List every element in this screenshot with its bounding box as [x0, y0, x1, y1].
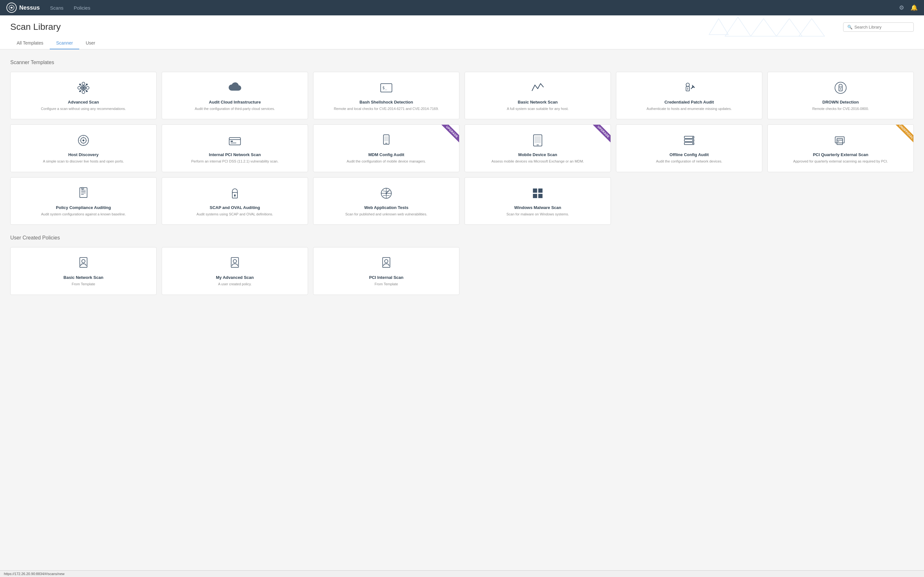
pci-internal-scan-title: PCI Internal Scan — [318, 275, 454, 280]
scanner-card-grid: Advanced Scan Configure a scan without u… — [10, 72, 914, 172]
pci-internal-scan-icon — [318, 255, 454, 271]
scap-oval-title: SCAP and OVAL Auditing — [167, 205, 302, 210]
offline-config-icon — [622, 132, 757, 148]
logo-icon — [6, 3, 17, 13]
svg-point-9 — [86, 84, 87, 85]
audit-cloud-icon — [167, 80, 302, 96]
svg-rect-45 — [837, 141, 839, 142]
bash-shellshock-title: Bash Shellshock Detection — [318, 100, 454, 105]
host-discovery-desc: A simple scan to discover live hosts and… — [16, 159, 151, 164]
host-discovery-title: Host Discovery — [16, 152, 151, 157]
svg-point-55 — [234, 194, 236, 196]
credentialed-patch-title: Credentialed Patch Audit — [622, 100, 757, 105]
card-offline-config[interactable]: Offline Config Audit Audit the configura… — [616, 124, 762, 172]
host-discovery-icon — [16, 132, 151, 148]
card-my-advanced-scan[interactable]: My Advanced Scan A user created policy. — [162, 247, 308, 295]
my-advanced-scan-desc: A user created policy. — [167, 282, 302, 287]
nav-scans[interactable]: Scans — [50, 5, 63, 11]
search-box[interactable]: 🔍 — [843, 23, 914, 32]
credentialed-patch-icon — [622, 80, 757, 96]
tabs: All Templates Scanner User — [10, 37, 914, 49]
search-input[interactable] — [855, 25, 909, 29]
svg-point-61 — [386, 193, 387, 194]
svg-point-71 — [384, 259, 388, 263]
basic-network-user-desc: From Template — [16, 282, 151, 287]
basic-network-desc: A full system scan suitable for any host… — [470, 106, 606, 111]
svg-rect-64 — [533, 194, 537, 198]
upgrade-ribbon-mdm: UPGRADE — [437, 125, 459, 147]
svg-rect-35 — [535, 136, 541, 143]
web-app-desc: Scan for published and unknown web vulne… — [318, 212, 454, 217]
svg-point-8 — [79, 84, 81, 85]
card-mobile-device[interactable]: UPGRADE Mobile Device Scan Assess mobile… — [465, 124, 611, 172]
svg-point-41 — [692, 143, 694, 144]
policy-compliance-icon — [16, 185, 151, 201]
unofficial-ribbon: UNOFFICIAL — [891, 125, 913, 147]
svg-rect-65 — [538, 194, 543, 198]
bash-shellshock-desc: Remote and local checks for CVE-2014-627… — [318, 106, 454, 111]
windows-malware-icon — [470, 185, 606, 201]
scanner-card-grid-row3: Policy Compliance Auditing Audit system … — [10, 177, 914, 225]
card-basic-network[interactable]: Basic Network Scan A full system scan su… — [465, 72, 611, 119]
card-internal-pci[interactable]: Internal PCI Network Scan Perform an int… — [162, 124, 308, 172]
bell-icon[interactable]: 🔔 — [911, 4, 918, 11]
svg-rect-32 — [384, 136, 388, 141]
svg-point-18 — [835, 82, 846, 93]
card-scap-oval[interactable]: SCAP and OVAL Auditing Audit systems usi… — [162, 177, 308, 225]
card-credentialed-patch[interactable]: Credentialed Patch Audit Authenticate to… — [616, 72, 762, 119]
svg-rect-28 — [231, 141, 233, 142]
card-basic-network-user[interactable]: Basic Network Scan From Template — [10, 247, 157, 295]
card-pci-internal-scan[interactable]: PCI Internal Scan From Template — [313, 247, 459, 295]
empty-user-3 — [767, 247, 914, 295]
tab-user[interactable]: User — [79, 37, 102, 49]
nav-policies[interactable]: Policies — [74, 5, 90, 11]
page-title: Scan Library — [10, 22, 61, 32]
offline-config-title: Offline Config Audit — [622, 152, 757, 157]
card-bash-shellshock[interactable]: $_ Bash Shellshock Detection Remote and … — [313, 72, 459, 119]
windows-malware-desc: Scan for malware on Windows systems. — [470, 212, 606, 217]
my-advanced-scan-title: My Advanced Scan — [167, 275, 302, 280]
svg-point-20 — [840, 89, 841, 90]
card-mdm-config[interactable]: UPGRADE MDM Config Audit Audit the confi… — [313, 124, 459, 172]
scap-oval-icon — [167, 185, 302, 201]
offline-config-desc: Audit the configuration of network devic… — [622, 159, 757, 164]
settings-icon[interactable]: ⚙ — [899, 4, 904, 11]
bash-shellshock-icon: $_ — [318, 80, 454, 96]
card-web-app[interactable]: Web Application Tests Scan for published… — [313, 177, 459, 225]
svg-marker-1 — [709, 19, 728, 35]
pci-quarterly-title: PCI Quarterly External Scan — [773, 152, 908, 157]
content-area: Scanner Templates Advanced Scan Configur… — [0, 49, 924, 305]
svg-text:$_: $_ — [383, 85, 387, 90]
svg-marker-2 — [725, 17, 751, 36]
search-icon: 🔍 — [847, 25, 853, 29]
card-advanced-scan[interactable]: Advanced Scan Configure a scan without u… — [10, 72, 157, 119]
my-advanced-scan-icon — [167, 255, 302, 271]
mdm-config-title: MDM Config Audit — [318, 152, 454, 157]
tab-scanner[interactable]: Scanner — [50, 37, 79, 49]
advanced-scan-icon — [16, 80, 151, 96]
svg-point-17 — [692, 86, 694, 88]
mdm-config-icon — [318, 132, 454, 148]
nav-right: ⚙ 🔔 — [899, 4, 918, 11]
logo[interactable]: Nessus — [6, 3, 40, 13]
empty-cell-2 — [767, 177, 914, 225]
scanner-section-title: Scanner Templates — [10, 60, 914, 65]
svg-point-69 — [233, 259, 237, 263]
svg-marker-3 — [751, 19, 776, 36]
svg-point-67 — [82, 259, 86, 263]
card-audit-cloud[interactable]: Audit Cloud Infrastructure Audit the con… — [162, 72, 308, 119]
svg-marker-5 — [799, 19, 825, 36]
upgrade-ribbon-mobile: UPGRADE — [588, 125, 611, 147]
card-drown-detection[interactable]: DROWN Detection Remote checks for CVE-20… — [767, 72, 914, 119]
card-pci-quarterly[interactable]: UNOFFICIAL PCI Quarterly External Scan A… — [767, 124, 914, 172]
advanced-scan-desc: Configure a scan without using any recom… — [16, 106, 151, 111]
drown-detection-title: DROWN Detection — [773, 100, 908, 105]
card-policy-compliance[interactable]: Policy Compliance Auditing Audit system … — [10, 177, 157, 225]
svg-rect-29 — [231, 143, 236, 144]
card-windows-malware[interactable]: Windows Malware Scan Scan for malware on… — [465, 177, 611, 225]
empty-user-2 — [616, 247, 762, 295]
tab-all-templates[interactable]: All Templates — [10, 37, 50, 49]
svg-point-14 — [686, 83, 690, 87]
card-host-discovery[interactable]: Host Discovery A simple scan to discover… — [10, 124, 157, 172]
pci-quarterly-desc: Approved for quarterly external scanning… — [773, 159, 908, 164]
